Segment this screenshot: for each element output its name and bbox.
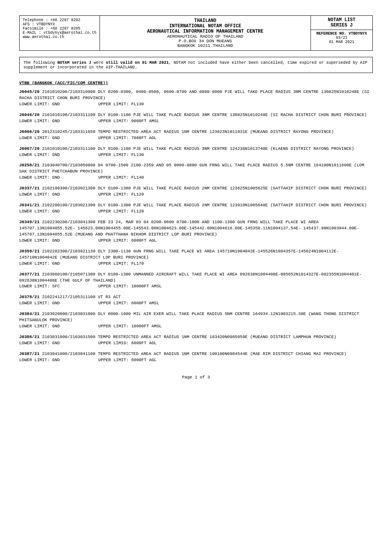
notice-text-start: The following NOTAM series J were still … xyxy=(23,60,367,70)
notam-list: J6045/20 2101010200/2103310900 DLY 0200-… xyxy=(19,89,373,363)
notam-entry: J0337/21 2102190300/2103021300 DLY 0100-… xyxy=(19,186,373,198)
upper-limit: UPPER LIMIT: FL120 xyxy=(98,209,144,214)
notam-entry: J0341/21 2102200100/2103021300 DLY 0100-… xyxy=(19,202,373,215)
lower-limit: LOWER LIMIT: GND xyxy=(19,261,60,266)
upper-limit: UPPER LIMIG: 6000FT AGL xyxy=(98,341,157,345)
notam-id: J6066/20 xyxy=(19,129,40,134)
upper-limit: UPPER LIMIT: FL170 xyxy=(98,261,144,266)
lower-limit: LOWER LIMIT: GND xyxy=(19,102,60,106)
afs-line: AFS : VTBDYNYX xyxy=(23,22,96,27)
upper-limit: UPPER LIMIT: 6000FT AMSL xyxy=(98,301,159,305)
notam-entry: J0384/21 2103020000/2103031000 DLY 0000-… xyxy=(19,311,373,330)
telephone-line: Telephone : +66 2287 8202 xyxy=(23,18,96,22)
notam-entry: J0377/21 2103060100/2105071300 DLY 0100-… xyxy=(19,272,373,290)
lower-limit: LOWER LIMIT: GND xyxy=(19,341,60,345)
header-right: NOTAM LIST SERIES J REFERENCE NO. VTBDYN… xyxy=(311,16,372,50)
lower-limit: LOWER LIMIT: GND xyxy=(19,358,60,362)
centre-title: AERONAUTICAL INFORMATION MANAGEMENT CENT… xyxy=(103,29,307,34)
lower-limit: LOWER LIMIT: GND xyxy=(19,301,60,305)
upper-limit: UPPER LIMIT: FL140 xyxy=(98,175,144,180)
upper-limit: UPPER LIMIT: 9000FT AMSL xyxy=(98,119,159,123)
notam-id: J0387/21 xyxy=(19,352,40,356)
notam-id: J0384/21 xyxy=(19,312,40,316)
section-title: VTBB (BANGKOK (ACC/FIC/COM CENTRE)) xyxy=(19,81,373,85)
reference-block: REFERENCE NO. VTBDYNYX 03/21 01 MAR 2021 xyxy=(311,30,372,46)
country-title: THAILAND xyxy=(103,18,307,23)
upper-limit: UPPER LIMIT: FL120 xyxy=(98,192,144,197)
header-contact: Telephone : +66 2287 8202 AFS : VTBDYNYX… xyxy=(20,16,100,50)
pobox-title: P.O.BOX 34 DON MUEANG xyxy=(103,39,307,43)
notam-entry: J0349/21 2102230200/2103041300 FEB 23 24… xyxy=(19,219,373,244)
header-center: THAILAND INTERNATIONAL NOTAM OFFICE AERO… xyxy=(100,16,311,50)
notam-entry: J0378/21 2102241217/2105311100 VT R3 ACT… xyxy=(19,294,373,307)
upper-limit: UPPER LIMIT: 6000FT AGL xyxy=(98,358,157,362)
lower-limit: LOWER LIMIT: GND xyxy=(19,175,60,180)
page-footer: Page 1 of 3 xyxy=(19,375,373,380)
lower-limit: LOWER LIMIT: GND xyxy=(19,324,60,328)
notam-id: J6045/20 xyxy=(19,90,40,94)
notam-entry: J0359/21 2102282300/2103021130 DLY 2300-… xyxy=(19,249,373,267)
lower-limit: LOWER LIMIT: GND xyxy=(19,192,60,197)
upper-limit: UPPER LIMIT: 6000FT AGL xyxy=(98,238,157,243)
notam-id: J0258/21 xyxy=(19,163,40,168)
notam-id: J0377/21 xyxy=(19,272,40,277)
ref-num: 03/21 xyxy=(315,36,369,40)
notam-list-label: NOTAM LIST SERIES J xyxy=(311,16,372,30)
website-line: www.aerothai.co.th xyxy=(23,35,96,39)
notam-id: J0337/21 xyxy=(19,186,40,191)
upper-limit: UPPER LIMIT: 7000FT AGL xyxy=(98,136,157,140)
lower-limit: LOWER LIMIT: GND xyxy=(19,136,60,140)
upper-limit: UPPER LIMIT: FL130 xyxy=(98,153,144,157)
notam-entry: J6045/20 2101010200/2103310900 DLY 0200-… xyxy=(19,89,373,108)
lower-limit: LOWER LIMIT: GND xyxy=(19,153,60,157)
radio-title: AERONAUTICAL RADIO OF THAILAND xyxy=(103,34,307,39)
ref-label: REFERENCE NO. VTBDYNYX xyxy=(315,32,369,36)
notam-id: J0378/21 xyxy=(19,295,40,299)
email-line: E-MAIL : vtbdynyx@aerothai.co.th xyxy=(23,31,96,35)
page-number: Page 1 of 3 xyxy=(182,375,210,380)
lower-limit: LOWER LIMIT: GND xyxy=(19,209,60,214)
notam-entry: J6067/20 2101010100/2103311100 DLY 0100-… xyxy=(19,146,373,158)
ref-date: 01 MAR 2021 xyxy=(315,40,369,44)
notice-box: The following NOTAM series J were still … xyxy=(19,57,373,73)
lower-limit: LOWER LIMIT: GND xyxy=(19,238,60,243)
office-title: INTERNATIONAL NOTAM OFFICE xyxy=(103,23,307,29)
city-title: BANGKOK 10211 THAILAND xyxy=(103,43,307,48)
upper-limit: UPPER LIMIT: 10000FT AMSL xyxy=(98,324,162,328)
lower-limit: LOWER LIMIT: SFC xyxy=(19,284,60,289)
notam-entry: J6046/20 2101010100/2103311100 DLY 0100-… xyxy=(19,112,373,124)
header: Telephone : +66 2287 8202 AFS : VTBDYNYX… xyxy=(19,15,373,51)
notam-entry: J6066/20 2012310245/2103311659 TEMPO RES… xyxy=(19,129,373,141)
notam-entry: J0387/21 2103041000/2103041100 TEMPO RES… xyxy=(19,351,373,363)
facsimile-line: Facsimile : +66 2287 8205 xyxy=(23,27,96,31)
notam-id: J6067/20 xyxy=(19,146,40,151)
upper-limit: UPPER LIMIT: 10000FT AMSL xyxy=(98,284,162,289)
notam-id: J6046/20 xyxy=(19,113,40,117)
notam-id: J0359/21 xyxy=(19,249,40,254)
upper-limit: UPPER LIMIT: FL130 xyxy=(98,102,144,106)
notam-entry: J0386/21 2103031000/2103031500 TEMPO RES… xyxy=(19,334,373,347)
lower-limit: LOWER LIMIT: GND xyxy=(19,119,60,123)
notam-entry: J0258/21 2103040700/2103050800 04 0700-1… xyxy=(19,163,373,181)
notam-id: J0386/21 xyxy=(19,335,40,339)
notam-id: J0341/21 xyxy=(19,203,40,207)
notam-id: J0349/21 xyxy=(19,220,40,224)
